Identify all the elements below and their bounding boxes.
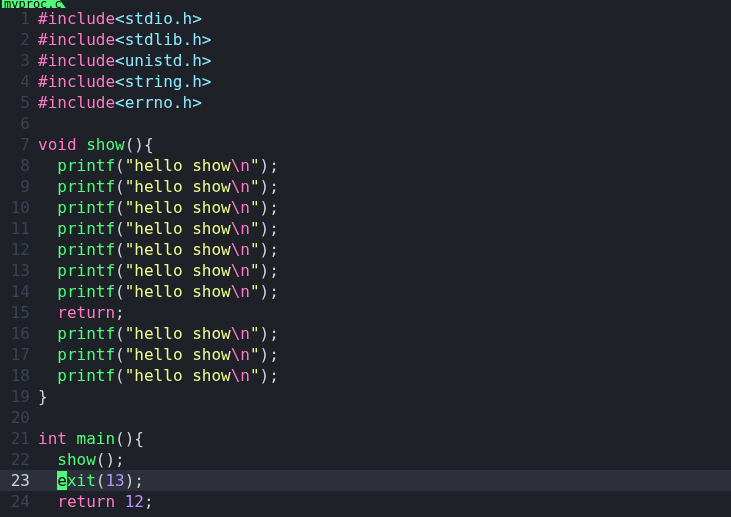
call-printf: printf	[57, 177, 115, 196]
preproc: #include	[38, 51, 115, 70]
include-header: <string.h>	[115, 72, 211, 91]
code-line: 17 printf("hello show\n");	[0, 344, 731, 365]
call-printf: printf	[57, 261, 115, 280]
call-printf: printf	[57, 198, 115, 217]
escape: \n	[231, 261, 250, 280]
preproc: #include	[38, 30, 115, 49]
line-number: 21	[0, 428, 30, 449]
string-literal: "hello show\n"	[125, 219, 260, 238]
code-line: 21 int main(){	[0, 428, 731, 449]
code-line: 1 #include<stdio.h>	[0, 8, 731, 29]
code-line: 13 printf("hello show\n");	[0, 260, 731, 281]
include-header: <stdio.h>	[115, 9, 202, 28]
line-number: 4	[0, 71, 30, 92]
call-printf: printf	[57, 345, 115, 364]
line-number: 19	[0, 386, 30, 407]
escape: \n	[231, 324, 250, 343]
include-header: <errno.h>	[115, 93, 202, 112]
function-name: main	[77, 429, 116, 448]
string-literal: "hello show\n"	[125, 198, 260, 217]
code-line: 2 #include<stdlib.h>	[0, 29, 731, 50]
line-number: 20	[0, 407, 30, 428]
line-number: 5	[0, 92, 30, 113]
line-number: 2	[0, 29, 30, 50]
call-printf: printf	[57, 240, 115, 259]
line-number: 17	[0, 344, 30, 365]
string-literal: "hello show\n"	[125, 345, 260, 364]
preproc: #include	[38, 93, 115, 112]
code-line: 7 void show(){	[0, 134, 731, 155]
code-line-current: 23 exit(13);	[0, 470, 731, 491]
code-line: 20	[0, 407, 731, 428]
line-number: 1	[0, 8, 30, 29]
line-number: 13	[0, 260, 30, 281]
line-number: 18	[0, 365, 30, 386]
code-line: 6	[0, 113, 731, 134]
code-line: 12 printf("hello show\n");	[0, 239, 731, 260]
include-header: <stdlib.h>	[115, 30, 211, 49]
string-literal: "hello show\n"	[125, 261, 260, 280]
line-number: 11	[0, 218, 30, 239]
keyword: return	[57, 303, 115, 322]
cursor: e	[57, 471, 67, 490]
escape: \n	[231, 177, 250, 196]
line-number: 10	[0, 197, 30, 218]
call-exit: xit	[67, 471, 96, 490]
string-literal: "hello show\n"	[125, 240, 260, 259]
line-number: 9	[0, 176, 30, 197]
call-printf: printf	[57, 156, 115, 175]
string-literal: "hello show\n"	[125, 177, 260, 196]
escape: \n	[231, 156, 250, 175]
line-number: 8	[0, 155, 30, 176]
line-number: 14	[0, 281, 30, 302]
number-literal: 12	[125, 492, 144, 511]
code-line: 14 printf("hello show\n");	[0, 281, 731, 302]
escape: \n	[231, 282, 250, 301]
code-line: 3 #include<unistd.h>	[0, 50, 731, 71]
call-printf: printf	[57, 366, 115, 385]
line-number: 12	[0, 239, 30, 260]
keyword: void	[38, 135, 77, 154]
code-line: 5 #include<errno.h>	[0, 92, 731, 113]
line-number: 7	[0, 134, 30, 155]
line-number: 22	[0, 449, 30, 470]
string-literal: "hello show\n"	[125, 366, 260, 385]
punct: (){	[125, 135, 154, 154]
call-printf: printf	[57, 324, 115, 343]
escape: \n	[231, 219, 250, 238]
code-line: 16 printf("hello show\n");	[0, 323, 731, 344]
line-number-current: 23	[0, 470, 30, 491]
string-literal: "hello show\n"	[125, 156, 260, 175]
number-literal: 13	[105, 471, 124, 490]
tab-bar: myproc.c	[0, 0, 731, 8]
line-number: 3	[0, 50, 30, 71]
include-header: <unistd.h>	[115, 51, 211, 70]
line-number: 6	[0, 113, 30, 134]
line-number: 16	[0, 323, 30, 344]
function-name: show	[86, 135, 125, 154]
call-printf: printf	[57, 219, 115, 238]
preproc: #include	[38, 9, 115, 28]
code-line: 24 return 12;	[0, 491, 731, 512]
preproc: #include	[38, 72, 115, 91]
code-line: 8 printf("hello show\n");	[0, 155, 731, 176]
escape: \n	[231, 198, 250, 217]
call-show: show	[57, 450, 96, 469]
code-line: 18 printf("hello show\n");	[0, 365, 731, 386]
code-editor[interactable]: 1 #include<stdio.h> 2 #include<stdlib.h>…	[0, 8, 731, 512]
tab-current[interactable]: myproc.c	[2, 0, 66, 8]
punct: }	[38, 387, 48, 406]
code-line: 4 #include<string.h>	[0, 71, 731, 92]
code-line: 11 printf("hello show\n");	[0, 218, 731, 239]
escape: \n	[231, 240, 250, 259]
string-literal: "hello show\n"	[125, 324, 260, 343]
code-line: 15 return;	[0, 302, 731, 323]
keyword: int	[38, 429, 67, 448]
escape: \n	[231, 366, 250, 385]
escape: \n	[231, 345, 250, 364]
punct: (){	[115, 429, 144, 448]
call-printf: printf	[57, 282, 115, 301]
code-line: 22 show();	[0, 449, 731, 470]
code-line: 10 printf("hello show\n");	[0, 197, 731, 218]
code-line: 19 }	[0, 386, 731, 407]
